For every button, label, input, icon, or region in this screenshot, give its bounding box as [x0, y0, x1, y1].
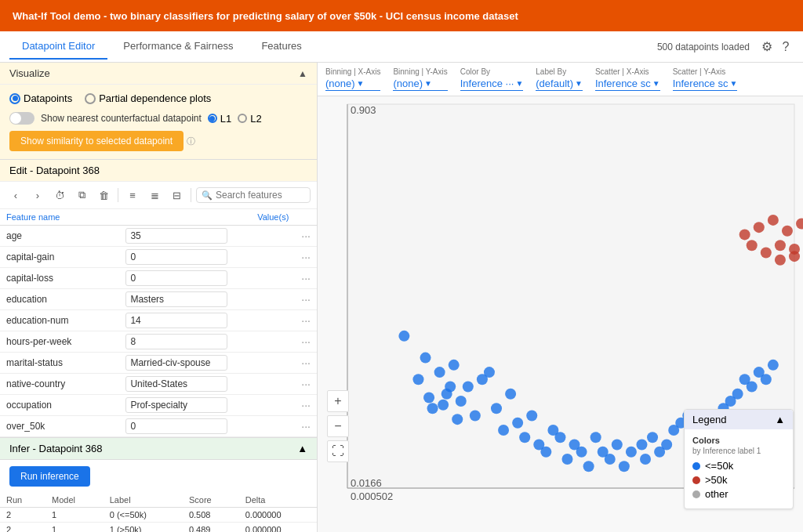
scatter-dot-blue[interactable] [640, 454, 651, 465]
scatter-dot-blue[interactable] [434, 367, 445, 378]
feature-value-input[interactable] [125, 249, 227, 265]
scatter-dot-blue[interactable] [420, 353, 431, 364]
scatter-dot-blue[interactable] [449, 360, 460, 371]
scatter-dot-blue[interactable] [540, 447, 551, 458]
scatter-dot-blue[interactable] [636, 440, 647, 451]
infer-chevron[interactable]: ▲ [297, 443, 307, 454]
scatter-dot-red[interactable] [747, 240, 758, 251]
feature-dots[interactable]: ··· [295, 353, 317, 374]
radio-datapoints[interactable]: Datapoints [9, 92, 72, 104]
feature-value-input[interactable] [125, 270, 227, 286]
scatter-dot-blue[interactable] [519, 432, 530, 443]
legend-header[interactable]: Legend ▲ [685, 410, 793, 429]
scatter-dot-blue[interactable] [438, 400, 449, 411]
scatter-dot-red[interactable] [782, 226, 793, 237]
feature-value-input[interactable] [125, 334, 227, 349]
scatter-dot-blue[interactable] [505, 389, 516, 400]
feature-dots[interactable]: ··· [295, 268, 317, 289]
feature-value-input[interactable] [125, 397, 227, 413]
similarity-button[interactable]: Show similarity to selected datapoint [9, 131, 183, 151]
next-btn[interactable]: › [28, 186, 47, 204]
tab-performance-fairness[interactable]: Performance & Fairness [111, 34, 245, 60]
feature-value-input[interactable] [125, 376, 227, 392]
scatter-dot-blue[interactable] [612, 440, 623, 451]
settings-icon[interactable]: ⚙ [759, 39, 775, 55]
binning-y-select[interactable]: (none) ▼ [393, 78, 447, 91]
feature-value-input[interactable] [125, 291, 227, 307]
sort-btn[interactable]: ≡ [123, 186, 142, 204]
zoom-in-button[interactable]: + [327, 390, 349, 412]
feature-value-input[interactable] [125, 313, 227, 328]
infer-row[interactable]: 2 1 0 (<=50k) 0.508 0.000000 [0, 508, 317, 523]
zoom-out-button[interactable]: − [327, 415, 349, 437]
scatter-dot-blue[interactable] [732, 389, 743, 400]
scatter-dot-red[interactable] [796, 219, 803, 230]
feature-dots[interactable]: ··· [295, 310, 317, 331]
tab-datapoint-editor[interactable]: Datapoint Editor [9, 34, 107, 60]
scatter-dot-blue[interactable] [647, 432, 658, 443]
history-btn[interactable]: ⏱ [50, 186, 69, 204]
tab-features[interactable]: Features [249, 34, 314, 60]
scatter-dot-blue[interactable] [470, 411, 481, 422]
scatter-dot-blue[interactable] [561, 454, 572, 465]
scatter-dot-blue[interactable] [456, 396, 467, 407]
scatter-dot-blue[interactable] [747, 382, 758, 393]
scatter-dot-blue[interactable] [590, 432, 601, 443]
sort2-btn[interactable]: ≣ [145, 186, 164, 204]
delete-btn[interactable]: 🗑 [94, 186, 113, 204]
scatter-dot-blue[interactable] [452, 414, 463, 425]
scatter-dot-blue[interactable] [605, 454, 616, 465]
radio-l1[interactable]: L1 [208, 113, 231, 125]
scatter-y-select[interactable]: Inference sc ▼ [673, 78, 738, 91]
feature-dots[interactable]: ··· [295, 289, 317, 310]
infer-row[interactable]: 2 1 1 (>50k) 0.489 0.000000 [0, 523, 317, 533]
binning-x-select[interactable]: (none) ▼ [325, 78, 380, 91]
scatter-dot-red[interactable] [775, 240, 786, 251]
scatter-dot-blue[interactable] [626, 447, 637, 458]
scatter-dot-blue[interactable] [619, 461, 630, 472]
visualize-chevron[interactable]: ▲ [298, 68, 307, 79]
scatter-dot-blue[interactable] [761, 374, 772, 385]
scatter-dot-red[interactable] [754, 222, 765, 233]
feature-dots[interactable]: ··· [295, 226, 317, 247]
scatter-dot-red[interactable] [768, 215, 779, 226]
feature-value-input[interactable] [125, 228, 227, 244]
scatter-x-select[interactable]: Inference sc ▼ [595, 78, 660, 91]
scatter-dot-blue[interactable] [463, 382, 474, 393]
scatter-dot-blue[interactable] [583, 461, 594, 472]
feature-dots[interactable]: ··· [295, 247, 317, 268]
scatter-dot-blue[interactable] [661, 440, 672, 451]
help-icon[interactable]: ? [778, 39, 794, 55]
similarity-info-icon[interactable]: ⓘ [187, 136, 195, 147]
radio-partial-dependence[interactable]: Partial dependence plots [85, 92, 211, 104]
scatter-dot-blue[interactable] [512, 418, 523, 429]
scatter-dot-blue[interactable] [398, 331, 409, 342]
color-by-select[interactable]: Inference ··· ▼ [460, 78, 524, 91]
feature-value-input[interactable] [125, 355, 227, 371]
scatter-dot-blue[interactable] [484, 367, 495, 378]
scatter-dot-blue[interactable] [554, 432, 565, 443]
feature-dots[interactable]: ··· [295, 374, 317, 395]
scatter-dot-blue[interactable] [498, 425, 509, 436]
scatter-dot-blue[interactable] [412, 374, 423, 385]
sort3-btn[interactable]: ⊟ [167, 186, 186, 204]
copy-btn[interactable]: ⧉ [72, 186, 91, 204]
scatter-dot-red[interactable] [789, 244, 800, 255]
zoom-reset-button[interactable]: ⛶ [327, 440, 349, 462]
scatter-dot-blue[interactable] [576, 447, 587, 458]
counterfactual-toggle[interactable] [9, 112, 35, 125]
feature-dots[interactable]: ··· [295, 331, 317, 353]
scatter-dot-red[interactable] [775, 255, 786, 266]
label-by-select[interactable]: (default) ▼ [536, 78, 583, 91]
run-inference-button[interactable]: Run inference [9, 466, 90, 487]
scatter-dot-blue[interactable] [423, 392, 434, 403]
scatter-dot-blue[interactable] [768, 360, 779, 371]
feature-dots[interactable]: ··· [295, 416, 317, 437]
scatter-dot-blue[interactable] [427, 403, 438, 414]
prev-btn[interactable]: ‹ [6, 186, 25, 204]
feature-dots[interactable]: ··· [295, 395, 317, 416]
scatter-dot-red[interactable] [761, 248, 772, 259]
scatter-dot-red[interactable] [739, 229, 750, 240]
scatter-dot-blue[interactable] [526, 411, 537, 422]
scatter-dot-blue[interactable] [445, 382, 456, 393]
